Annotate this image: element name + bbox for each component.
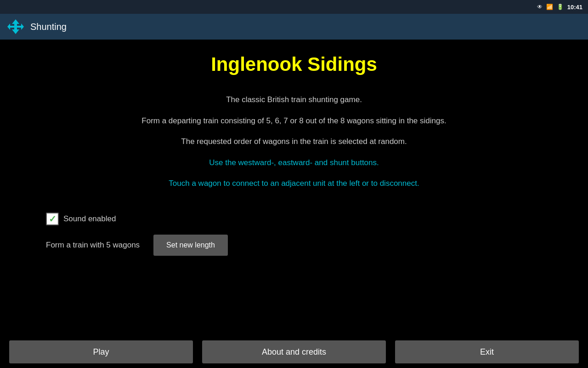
play-button[interactable]: Play [9, 340, 193, 363]
status-bar: 👁 📶 🔋 10:41 [0, 0, 588, 14]
app-title: Shunting [30, 22, 67, 32]
controls: ✓ Sound enabled Form a train with 5 wago… [46, 213, 542, 256]
checkbox-check-icon: ✓ [49, 213, 57, 224]
game-title: Inglenook Sidings [211, 53, 377, 75]
sound-checkbox[interactable]: ✓ [46, 213, 59, 225]
app-icon [7, 18, 24, 35]
train-row: Form a train with 5 wagons Set new lengt… [46, 235, 542, 256]
status-time: 10:41 [567, 4, 582, 11]
description-block: The classic British train shunting game.… [87, 94, 501, 199]
wifi-icon: 📶 [546, 4, 553, 10]
set-length-button[interactable]: Set new length [153, 235, 228, 256]
sound-label: Sound enabled [63, 214, 116, 224]
desc-line-4: Use the westward-, eastward- and shunt b… [87, 157, 501, 169]
about-credits-button[interactable]: About and credits [202, 340, 386, 363]
desc-line-2: Form a departing train consisting of 5, … [87, 115, 501, 127]
battery-icon: 🔋 [557, 4, 564, 10]
bottom-buttons: Play About and credits Exit [0, 336, 588, 368]
main-content: Inglenook Sidings The classic British tr… [0, 40, 588, 368]
eye-icon: 👁 [537, 4, 543, 10]
app-bar: Shunting [0, 14, 588, 40]
desc-line-5: Touch a wagon to connect to an adjacent … [87, 178, 501, 190]
train-length-label: Form a train with 5 wagons [46, 241, 140, 250]
desc-line-3: The requested order of wagons in the tra… [87, 136, 501, 148]
exit-button[interactable]: Exit [395, 340, 579, 363]
svg-marker-0 [7, 19, 24, 34]
sound-row: ✓ Sound enabled [46, 213, 542, 225]
desc-line-1: The classic British train shunting game. [87, 94, 501, 106]
